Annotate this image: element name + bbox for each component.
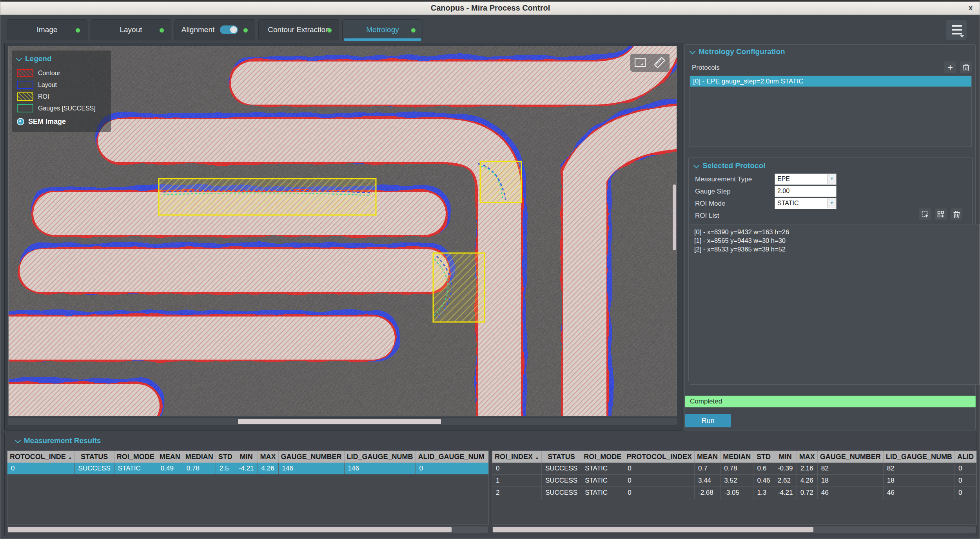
column-header[interactable]: STD [216,451,235,463]
measurement-results-header[interactable]: Measurement Results [16,436,101,445]
column-header[interactable]: MIN [774,451,797,463]
chevron-down-icon[interactable]: ▼ [827,198,836,208]
column-header[interactable]: ROI_MODE [581,451,624,463]
column-header[interactable]: GAUGE_NUMBER [817,451,883,463]
sem-image-radio-row[interactable]: SEM Image [17,118,106,126]
viewer-toolbar [630,54,670,72]
close-icon[interactable]: x [965,4,976,13]
gauge-step-input[interactable]: 2.00 [775,186,837,197]
left-table-scrollbar [7,526,488,533]
section-title: Measurement Results [24,436,101,445]
column-header[interactable]: MEDIAN [183,451,216,463]
legend-item-roi: ROI [17,92,106,101]
column-header[interactable]: MIN [235,451,258,463]
chevron-down-icon [16,55,22,61]
table-header-row: ROI_INDEX▲ STATUS ROI_MODE PROTOCOL_INDE… [492,451,976,463]
column-header[interactable]: MAX [258,451,278,463]
chevron-down-icon [15,437,21,443]
measurement-type-label: Measurement Type [695,175,752,183]
protocol-list-item-selected[interactable]: [0] - EPE gauge_step=2.0nm STATIC [690,76,971,87]
protocol-results-table: ROTOCOL_INDE▲ STATUS ROI_MODE MEAN MEDIA… [7,450,489,525]
table-row[interactable]: 0SUCCESS STATIC0 0.70.78 0.6-0.39 2.1682… [492,463,976,475]
scrollbar-thumb[interactable] [8,527,452,532]
plus-icon: + [947,63,953,72]
status-bar: Completed [685,396,976,407]
column-header[interactable]: LID_GAUGE_NUMB [883,451,955,463]
table-row[interactable]: 1SUCCESS STATIC0 3.443.52 0.462.62 4.261… [492,475,976,487]
selected-protocol-header[interactable]: Selected Protocol [694,161,766,170]
measurement-results-panel: Measurement Results ROTOCOL_INDE▲ STATUS… [4,433,976,536]
roi-list-item[interactable]: [2] - x=8533 y=9365 w=39 h=52 [694,245,975,253]
column-header[interactable]: ROI_INDEX▲ [492,451,541,463]
gauge-step-label: Gauge Step [695,188,731,195]
trash-icon [953,211,960,218]
tab-layout[interactable]: Layout [91,19,171,40]
legend-label: ROI [38,93,49,100]
column-header[interactable]: STATUS [541,451,581,463]
column-header[interactable]: ROI_MODE [114,451,157,463]
column-header[interactable]: ALID [955,451,976,463]
run-button[interactable]: Run [685,414,731,427]
add-roi-grid-icon [937,211,944,218]
trash-icon [963,64,969,71]
scrollbar-thumb[interactable] [673,184,676,250]
delete-protocol-button[interactable] [960,61,972,73]
roi-list[interactable]: [0] - x=8390 y=9432 w=163 h=26 [1] - x=8… [690,224,980,385]
legend-label: Gauges [SUCCESS] [38,105,96,112]
roi-mode-select[interactable]: STATIC ▼ [775,198,837,209]
tab-alignment[interactable]: Alignment [174,19,255,40]
protocol-list[interactable]: [0] - EPE gauge_step=2.0nm STATIC [690,76,972,147]
column-header[interactable]: MAX [797,451,817,463]
column-header[interactable]: LID_GAUGE_NUMB [344,451,416,463]
roi-results-table: ROI_INDEX▲ STATUS ROI_MODE PROTOCOL_INDE… [492,450,977,525]
chevron-down-icon[interactable]: ▼ [827,174,836,184]
status-dot [76,28,80,33]
roi-list-item[interactable]: [1] - x=8565 y=9443 w=30 h=30 [694,236,975,245]
column-header[interactable]: ROTOCOL_INDE▲ [7,451,74,463]
column-header[interactable]: PROTOCOL_INDEX [624,451,695,463]
measurement-type-select[interactable]: EPE ▼ [775,174,837,185]
hamburger-menu-icon[interactable] [946,19,967,40]
column-header[interactable]: STATUS [74,451,114,463]
roi-swatch [17,92,33,101]
chevron-down-icon [693,162,700,168]
column-header[interactable]: GAUGE_NUMBER [278,451,344,463]
legend-item-contour: Contour [17,69,106,77]
tab-metrology[interactable]: Metrology [342,19,423,40]
chevron-down-icon [960,35,964,38]
scrollbar-thumb[interactable] [238,419,441,424]
metrology-configuration-header[interactable]: Metrology Configuration [690,47,785,56]
legend-panel: Legend Contour Layout ROI Gauges [SUCCES… [12,51,111,132]
title-bar: Canopus - Mira Process Control x [0,2,980,15]
add-roi-button[interactable] [919,208,931,220]
table-row[interactable]: 0SUCCESS STATIC0.49 0.782.5 -4.214.26 14… [7,463,489,474]
column-header[interactable]: MEDIAN [720,451,753,463]
tab-image[interactable]: Image [7,19,87,40]
roi-list-label: ROI List [695,212,719,220]
column-header[interactable]: MEAN [157,451,183,463]
column-header[interactable]: ALID_GAUGE_NUM [416,451,487,463]
scrollbar-thumb[interactable] [493,527,813,532]
table-row[interactable]: 2SUCCESS STATIC0 -2.68-3.05 1.3-4.21 0.7… [492,487,976,499]
legend-header[interactable]: Legend [17,54,106,63]
selected-value: STATIC [777,200,799,206]
active-tab-indicator [344,38,421,41]
column-header[interactable]: A [487,451,489,463]
viewer-vertical-scrollbar [672,46,677,416]
alignment-toggle[interactable] [220,25,238,34]
legend-item-gauges: Gauges [SUCCESS] [17,104,106,112]
add-protocol-button[interactable]: + [944,61,956,73]
ruler-icon[interactable] [653,57,666,69]
roi-list-item[interactable]: [0] - x=8390 y=9432 w=163 h=26 [694,228,975,236]
delete-roi-button[interactable] [951,208,962,220]
add-roi-grid-button[interactable] [935,208,947,220]
radio-selected-icon[interactable] [17,118,24,125]
tab-metrology-label: Metrology [366,25,399,34]
fit-view-icon[interactable] [634,58,646,67]
column-header[interactable]: MEAN [694,451,720,463]
tab-contour-extraction[interactable]: Contour Extraction [258,19,339,40]
sort-asc-icon: ▲ [535,456,539,460]
column-header[interactable]: STD [753,451,774,463]
add-roi-icon [922,211,929,218]
sort-asc-icon: ▲ [68,456,72,460]
